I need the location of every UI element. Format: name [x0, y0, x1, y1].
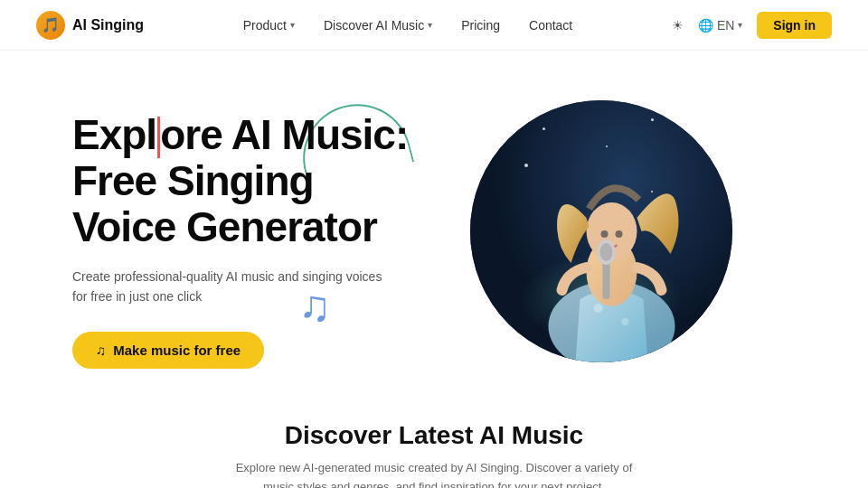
hero-circle-image — [470, 100, 732, 362]
nav-product[interactable]: Product ▾ — [243, 18, 295, 33]
hero-title: Explore AI Music: Free Singing Voice Gen… — [72, 112, 470, 250]
brand-name: AI Singing — [72, 17, 144, 33]
logo[interactable]: 🎵 AI Singing — [36, 11, 144, 40]
discover-title: Discover Latest AI Music — [36, 421, 832, 450]
svg-point-9 — [594, 304, 603, 313]
nav-contact[interactable]: Contact — [529, 18, 572, 33]
discover-section: Discover Latest AI Music Explore new AI-… — [0, 403, 868, 488]
nav-links: Product ▾ Discover AI Music ▾ Pricing Co… — [243, 18, 573, 33]
cta-button[interactable]: ♫ Make music for free — [72, 332, 264, 369]
svg-point-8 — [600, 243, 613, 261]
chevron-down-icon: ▾ — [290, 20, 295, 30]
hero-image — [470, 100, 741, 371]
music-note-icon: ♫ — [96, 343, 106, 358]
hero-title-line3: Voice Generator — [72, 203, 377, 250]
chevron-down-icon: ▾ — [428, 20, 432, 30]
chevron-down-icon: ▾ — [738, 20, 742, 30]
sun-icon: ☀ — [672, 18, 684, 33]
floating-music-note: ♫ — [298, 281, 331, 331]
svg-point-10 — [622, 318, 629, 325]
nav-right: ☀ 🌐 EN ▾ Sign in — [672, 12, 832, 39]
sign-in-button[interactable]: Sign in — [757, 12, 832, 39]
nav-pricing[interactable]: Pricing — [461, 18, 500, 33]
language-selector[interactable]: 🌐 EN ▾ — [698, 18, 742, 33]
text-cursor — [157, 117, 160, 158]
hero-section: Explore AI Music: Free Singing Voice Gen… — [0, 51, 868, 403]
singer-illustration — [508, 118, 716, 362]
hero-content: Explore AI Music: Free Singing Voice Gen… — [72, 112, 470, 370]
svg-point-4 — [601, 230, 609, 238]
theme-toggle[interactable]: ☀ — [672, 18, 684, 33]
hero-title-line2: Free Singing — [72, 157, 314, 204]
nav-discover[interactable]: Discover AI Music ▾ — [324, 18, 432, 33]
globe-icon: 🌐 — [698, 18, 713, 33]
hero-title-line1: Explore AI Music: — [72, 111, 408, 158]
navbar: 🎵 AI Singing Product ▾ Discover AI Music… — [0, 0, 868, 51]
logo-icon: 🎵 — [36, 11, 65, 40]
hero-subtitle: Create professional-quality AI music and… — [72, 267, 398, 307]
svg-point-5 — [616, 230, 623, 238]
discover-subtitle: Explore new AI-generated music created b… — [235, 459, 633, 488]
